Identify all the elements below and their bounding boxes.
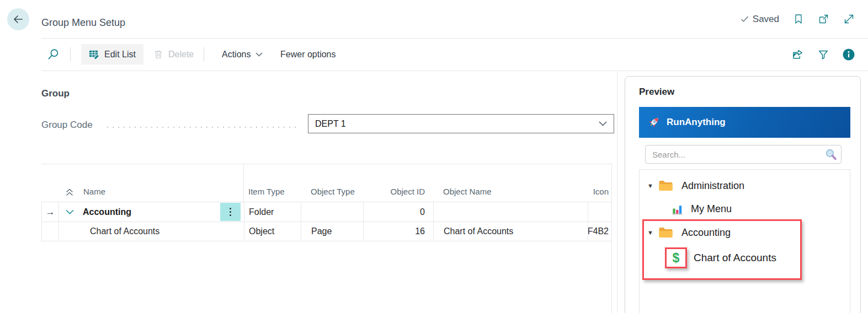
item-type-column-header[interactable]: Item Type <box>244 187 301 202</box>
preview-search-input[interactable] <box>646 145 841 163</box>
name-cell[interactable]: Chart of Accounts <box>59 222 244 241</box>
collapse-all-icon[interactable] <box>65 188 74 196</box>
collapse-row-chevron-icon[interactable] <box>66 209 74 215</box>
preview-search-box[interactable] <box>645 145 842 164</box>
chevron-down-icon <box>255 52 263 57</box>
group-code-combobox[interactable] <box>308 114 614 133</box>
preview-app-name: RunAnything <box>667 117 726 128</box>
tree-item-my-menu[interactable]: My Menu <box>640 201 848 217</box>
table-row[interactable]: Chart of Accounts Object Page 16 Chart o… <box>41 222 611 241</box>
delete-button[interactable]: Delete <box>148 44 199 64</box>
object-name-cell[interactable]: Chart of Accounts <box>434 222 588 241</box>
table-row[interactable]: → Accounting Folder 0 <box>41 202 611 222</box>
tree-item-label: My Menu <box>691 203 732 215</box>
combobox-chevron-icon[interactable] <box>599 121 607 126</box>
preview-heading: Preview <box>639 87 674 98</box>
content-pane-divider <box>617 71 617 313</box>
object-id-cell[interactable]: 16 <box>364 222 434 241</box>
toolbar-divider <box>41 71 868 71</box>
tree-expand-icon[interactable]: ▼ <box>647 229 654 236</box>
action-toolbar: Edit List Delete Actions Fewer options <box>0 38 868 71</box>
icon-column-header[interactable]: Icon <box>588 187 611 202</box>
folder-icon <box>658 226 673 239</box>
item-type-cell[interactable]: Object <box>244 222 301 241</box>
row-selector-cell <box>42 222 59 241</box>
tree-expand-icon[interactable]: ▼ <box>647 182 654 189</box>
menu-items-table: Name Item Type Object Type Object ID Obj… <box>41 164 611 241</box>
dollar-icon-annotation-box: $ <box>665 247 687 268</box>
object-id-column-header[interactable]: Object ID <box>363 187 433 202</box>
current-row-arrow-icon: → <box>46 207 55 218</box>
back-arrow-icon <box>12 13 25 26</box>
saved-label: Saved <box>753 14 779 25</box>
trash-icon <box>153 49 163 60</box>
row-selector-cell: → <box>42 202 59 222</box>
actions-menu-button[interactable]: Actions <box>216 44 268 64</box>
bar-chart-icon <box>671 203 684 215</box>
actions-label: Actions <box>222 50 251 60</box>
toolbar-separator <box>204 47 204 62</box>
check-icon <box>740 14 749 24</box>
tree-item-label: Administration <box>681 180 744 192</box>
tree-item-accounting[interactable]: ▼ Accounting <box>640 224 848 241</box>
item-type-cell[interactable]: Folder <box>244 202 301 222</box>
group-menu-setup-page: Group Menu Setup Saved Edit List <box>0 0 868 313</box>
share-icon[interactable] <box>791 48 804 61</box>
object-type-cell[interactable]: Page <box>301 222 364 241</box>
name-column-header[interactable]: Name <box>58 164 244 202</box>
edit-list-label: Edit List <box>104 50 136 60</box>
edit-list-icon <box>89 49 99 60</box>
info-icon[interactable] <box>843 48 855 61</box>
object-name-cell[interactable] <box>434 202 588 222</box>
preview-menu-tree: ▼ Administration My Menu ▼ Accounting <box>639 169 850 313</box>
dotted-leader <box>105 126 299 128</box>
rocket-icon <box>647 116 661 129</box>
group-section-heading: Group <box>41 88 70 99</box>
table-header-row: Name Item Type Object Type Object ID Obj… <box>41 164 611 202</box>
toolbar-separator <box>70 47 71 62</box>
preview-app-header: RunAnything <box>639 107 850 138</box>
dollar-icon: $ <box>673 252 680 265</box>
tree-item-chart-of-accounts[interactable]: $ Chart of Accounts <box>640 247 848 269</box>
magnifier-icon[interactable] <box>824 148 838 162</box>
object-id-cell[interactable]: 0 <box>364 202 434 222</box>
filter-icon[interactable] <box>817 48 829 61</box>
icon-cell[interactable] <box>588 202 612 222</box>
edit-list-button[interactable]: Edit List <box>81 44 143 64</box>
tree-item-administration[interactable]: ▼ Administration <box>640 177 848 194</box>
save-status: Saved <box>740 14 779 25</box>
fewer-options-button[interactable]: Fewer options <box>275 44 342 64</box>
expand-icon[interactable] <box>843 13 855 25</box>
back-button[interactable] <box>7 8 29 30</box>
fewer-options-label: Fewer options <box>280 50 336 60</box>
delete-label: Delete <box>168 50 194 60</box>
folder-icon <box>658 180 673 192</box>
bookmark-icon[interactable] <box>793 13 804 25</box>
name-cell[interactable]: Accounting <box>59 202 244 222</box>
group-code-label: Group Code <box>41 120 93 131</box>
search-icon[interactable] <box>47 48 60 61</box>
icon-cell[interactable]: 1F4B2 <box>588 222 612 241</box>
object-type-cell[interactable] <box>301 202 364 222</box>
name-header-label: Name <box>83 187 105 196</box>
selector-column-header <box>41 196 58 202</box>
grid-right-border <box>611 164 612 313</box>
row-more-options-button[interactable] <box>220 203 241 221</box>
object-name-column-header[interactable]: Object Name <box>433 187 588 202</box>
object-type-column-header[interactable]: Object Type <box>301 187 363 202</box>
tree-item-label: Accounting <box>681 227 731 239</box>
open-in-new-window-icon[interactable] <box>818 13 829 25</box>
group-code-input[interactable] <box>315 119 599 129</box>
page-title: Group Menu Setup <box>41 17 125 29</box>
tree-item-label: Chart of Accounts <box>694 252 776 264</box>
preview-factbox: Preview RunAnything <box>625 76 861 313</box>
